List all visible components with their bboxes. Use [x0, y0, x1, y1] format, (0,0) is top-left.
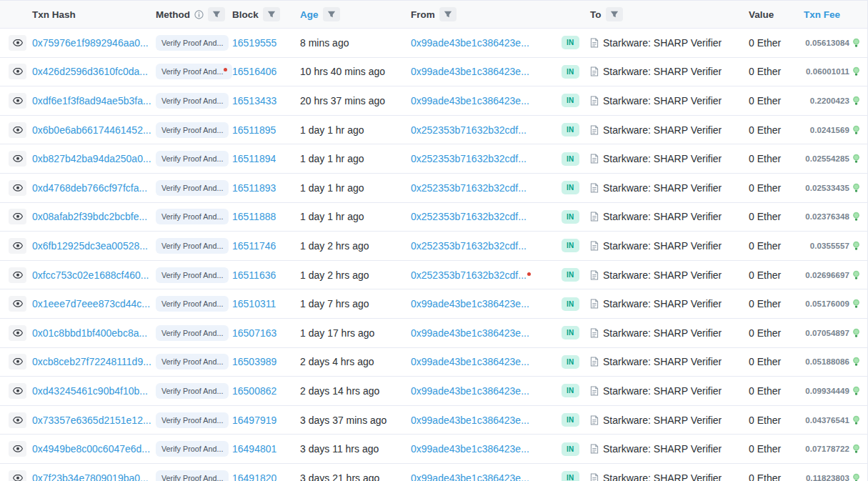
to-contract-link[interactable]: Starkware: SHARP Verifier [603, 153, 722, 164]
txn-hash-link[interactable]: 0xfcc753c02e1688cf460... [32, 269, 149, 281]
txn-hash-link[interactable]: 0x7f23b34e7809019ba0... [32, 472, 149, 481]
fee-text: 0.05176009 [805, 299, 849, 308]
to-contract-link[interactable]: Starkware: SHARP Verifier [603, 66, 722, 77]
info-icon[interactable] [194, 10, 204, 19]
to-contract-link[interactable]: Starkware: SHARP Verifier [603, 240, 722, 252]
block-link[interactable]: 16511888 [232, 211, 276, 222]
to-contract-link[interactable]: Starkware: SHARP Verifier [603, 298, 722, 309]
txn-hash-link[interactable]: 0x01c8bbd1bf400ebc8a... [32, 327, 147, 339]
fee-text: 0.02554285 [805, 154, 849, 163]
row-action-cell [9, 412, 32, 428]
view-details-button[interactable] [9, 325, 26, 341]
to-contract-link[interactable]: Starkware: SHARP Verifier [603, 95, 722, 106]
view-details-button[interactable] [9, 296, 26, 312]
age-text: 1 day 2 hrs ago [300, 269, 369, 281]
view-details-button[interactable] [9, 64, 26, 79]
from-link[interactable]: 0x99ade43be1c386423e... [411, 472, 529, 481]
age-filter-button[interactable] [323, 7, 340, 21]
block-link[interactable]: 16497919 [232, 415, 276, 426]
view-details-button[interactable] [9, 441, 26, 457]
to-contract-link[interactable]: Starkware: SHARP Verifier [603, 472, 722, 481]
txn-hash-link[interactable]: 0x75976e1f9892946aa0... [32, 37, 149, 49]
block-link[interactable]: 16513433 [232, 95, 276, 106]
txn-hash-link[interactable]: 0xd4768deb766cf97fcfa... [32, 182, 147, 194]
to-contract-link[interactable]: Starkware: SHARP Verifier [603, 327, 722, 339]
from-link[interactable]: 0x252353b71632b32cdf... [411, 153, 527, 164]
block-link[interactable]: 16510311 [232, 298, 276, 309]
from-link[interactable]: 0x99ade43be1c386423e... [411, 415, 529, 426]
txn-hash-link[interactable]: 0x08afab2f39bdc2bcbfe... [32, 211, 147, 222]
from-link[interactable]: 0x99ade43be1c386423e... [411, 95, 529, 106]
to-contract-link[interactable]: Starkware: SHARP Verifier [603, 443, 722, 455]
txn-hash-link[interactable]: 0x4949be8c00c6047e6d... [32, 443, 150, 455]
from-cell: 0x99ade43be1c386423e... [411, 415, 562, 426]
to-contract-link[interactable]: Starkware: SHARP Verifier [603, 124, 722, 136]
block-link[interactable]: 16494801 [232, 443, 276, 455]
from-cell: 0x99ade43be1c386423e... [411, 472, 562, 481]
block-link[interactable]: 16503989 [232, 356, 276, 367]
document-icon [590, 415, 599, 425]
value-cell: 0 Ether [749, 211, 804, 222]
txn-hash-link[interactable]: 0x426d2596d3610fc0da... [32, 66, 148, 77]
to-contract-link[interactable]: Starkware: SHARP Verifier [603, 182, 722, 194]
txn-hash-link[interactable]: 0xcb8ceb27f72248111d9... [32, 356, 151, 367]
from-filter-button[interactable] [439, 7, 457, 21]
from-link[interactable]: 0x99ade43be1c386423e... [411, 356, 529, 367]
view-details-button[interactable] [9, 151, 26, 167]
from-link[interactable]: 0x99ade43be1c386423e... [411, 298, 529, 309]
txn-fee-cell: 0.07054897 [804, 328, 867, 338]
from-link[interactable]: 0x252353b71632b32cdf... [411, 124, 527, 136]
view-details-button[interactable] [9, 93, 26, 109]
to-contract-link[interactable]: Starkware: SHARP Verifier [603, 37, 722, 49]
col-label-age[interactable]: Age [300, 9, 319, 20]
block-link[interactable]: 16511893 [232, 182, 276, 194]
block-link[interactable]: 16511895 [232, 124, 276, 136]
block-link[interactable]: 16516406 [232, 66, 276, 77]
view-details-button[interactable] [9, 180, 26, 196]
funnel-icon [327, 10, 336, 19]
from-link[interactable]: 0x252353b71632b32cdf... [411, 240, 527, 252]
from-link[interactable]: 0x99ade43be1c386423e... [411, 443, 529, 455]
from-link[interactable]: 0x252353b71632b32cdf... [411, 211, 527, 222]
table-row: 0x1eee7d7eee873cd44c... Verify Proof And… [0, 289, 867, 319]
to-contract-link[interactable]: Starkware: SHARP Verifier [603, 211, 722, 222]
to-contract-link[interactable]: Starkware: SHARP Verifier [603, 385, 722, 397]
from-link[interactable]: 0x99ade43be1c386423e... [411, 66, 529, 77]
from-link[interactable]: 0x99ade43be1c386423e... [411, 37, 529, 49]
to-contract-link[interactable]: Starkware: SHARP Verifier [603, 269, 722, 281]
method-cell: Verify Proof And... [156, 296, 232, 312]
block-link[interactable]: 16511636 [232, 269, 276, 281]
block-link[interactable]: 16507163 [232, 327, 276, 339]
block-link[interactable]: 16519555 [232, 37, 276, 49]
from-link[interactable]: 0x252353b71632b32cdf... [411, 269, 531, 281]
txn-hash-link[interactable]: 0x1eee7d7eee873cd44c... [32, 298, 150, 309]
from-link[interactable]: 0x252353b71632b32cdf... [411, 182, 527, 194]
view-details-button[interactable] [9, 122, 26, 138]
block-link[interactable]: 16511894 [232, 153, 276, 164]
method-filter-button[interactable] [208, 7, 225, 21]
to-filter-button[interactable] [606, 7, 623, 21]
view-details-button[interactable] [9, 412, 26, 428]
view-details-button[interactable] [9, 383, 26, 399]
block-link[interactable]: 16491820 [232, 472, 276, 481]
view-details-button[interactable] [9, 267, 26, 283]
block-filter-button[interactable] [263, 7, 280, 21]
txn-hash-link[interactable]: 0xdf6e1f3f8ad94ae5b3fa... [32, 95, 151, 106]
block-link[interactable]: 16511746 [232, 240, 276, 252]
to-contract-link[interactable]: Starkware: SHARP Verifier [603, 415, 722, 426]
view-details-button[interactable] [9, 354, 26, 370]
txn-hash-link[interactable]: 0x73357e6365d2151e12... [32, 415, 151, 426]
txn-hash-link[interactable]: 0xd43245461c90b4f10b... [32, 385, 148, 397]
view-details-button[interactable] [9, 238, 26, 254]
txn-hash-link[interactable]: 0xb827b42ba94da250a0... [32, 153, 151, 164]
from-link[interactable]: 0x99ade43be1c386423e... [411, 385, 529, 397]
view-details-button[interactable] [9, 470, 26, 481]
txn-hash-link[interactable]: 0x6b0e6ab66174461452... [32, 124, 151, 136]
txn-hash-link[interactable]: 0x6fb12925dc3ea00528... [32, 240, 148, 252]
from-link[interactable]: 0x99ade43be1c386423e... [411, 327, 529, 339]
view-details-button[interactable] [9, 209, 26, 224]
view-details-button[interactable] [9, 35, 26, 51]
col-label-txn-fee[interactable]: Txn Fee [804, 9, 840, 20]
to-contract-link[interactable]: Starkware: SHARP Verifier [603, 356, 722, 367]
block-link[interactable]: 16500862 [232, 385, 276, 397]
